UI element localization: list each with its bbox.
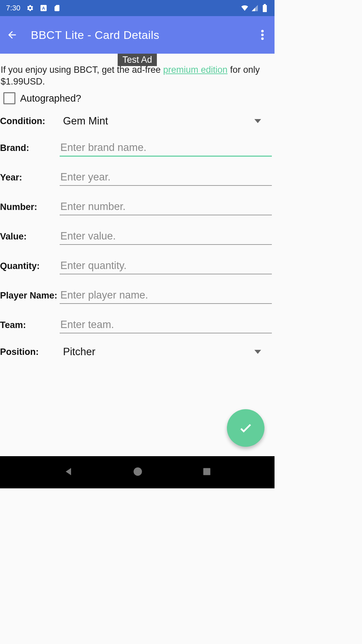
arrow-left-icon (6, 29, 18, 41)
condition-label: Condition: (0, 116, 60, 126)
status-right (241, 4, 268, 12)
status-left: 7:30 A (6, 4, 61, 12)
year-input[interactable] (60, 169, 272, 186)
nav-back-button[interactable] (63, 466, 74, 478)
back-button[interactable] (4, 27, 20, 43)
quantity-input[interactable] (60, 258, 272, 274)
ad-banner: Test Ad (0, 54, 275, 66)
number-label: Number: (0, 202, 60, 212)
brand-label: Brand: (0, 143, 60, 153)
position-label: Position: (0, 347, 60, 357)
autographed-label: Autographed? (20, 93, 81, 104)
brand-input[interactable] (60, 140, 272, 157)
promo-text-before: If you enjoy using BBCT, get the ad-free (1, 65, 163, 75)
status-time: 7:30 (6, 4, 20, 12)
condition-row: Condition: Gem Mint (0, 109, 275, 133)
premium-edition-link[interactable]: premium edition (163, 65, 228, 75)
svg-point-4 (261, 30, 264, 33)
quantity-label: Quantity: (0, 261, 60, 271)
player-name-label: Player Name: (0, 290, 60, 301)
cell-signal-icon (251, 4, 258, 12)
brand-row: Brand: (0, 133, 275, 163)
nav-home-button[interactable] (133, 467, 143, 478)
chevron-down-icon (254, 350, 261, 354)
svg-rect-8 (203, 468, 210, 475)
player-name-input[interactable] (60, 287, 272, 304)
battery-icon (261, 4, 268, 12)
autographed-row: Autographed? (0, 88, 275, 109)
system-nav-bar (0, 456, 275, 488)
language-box-icon: A (40, 4, 47, 12)
nav-recent-button[interactable] (202, 467, 212, 478)
overflow-menu-button[interactable] (254, 27, 270, 43)
number-row: Number: (0, 192, 275, 222)
condition-value: Gem Mint (63, 115, 108, 127)
ad-label: Test Ad (118, 54, 157, 66)
position-row: Position: Pitcher (0, 340, 275, 364)
svg-point-7 (134, 468, 142, 476)
wifi-icon (241, 4, 248, 12)
app-bar: BBCT Lite - Card Details (0, 16, 275, 54)
value-input[interactable] (60, 228, 272, 245)
year-label: Year: (0, 172, 60, 183)
position-value: Pitcher (63, 346, 95, 358)
more-vert-icon (261, 30, 264, 40)
position-dropdown[interactable]: Pitcher (60, 344, 272, 360)
quantity-row: Quantity: (0, 251, 275, 281)
value-row: Value: (0, 222, 275, 251)
svg-point-5 (261, 34, 264, 36)
value-label: Value: (0, 231, 60, 242)
team-row: Team: (0, 310, 275, 340)
player-name-row: Player Name: (0, 281, 275, 310)
sd-card-icon (53, 4, 61, 12)
page-title: BBCT Lite - Card Details (31, 29, 254, 42)
year-row: Year: (0, 163, 275, 192)
svg-rect-3 (264, 4, 266, 5)
number-input[interactable] (60, 199, 272, 215)
circle-home-icon (133, 467, 143, 477)
autographed-checkbox[interactable] (3, 92, 15, 104)
svg-text:A: A (42, 6, 45, 11)
check-icon (238, 420, 254, 436)
svg-point-6 (261, 38, 264, 40)
square-recent-icon (202, 467, 212, 476)
team-label: Team: (0, 320, 60, 330)
chevron-down-icon (254, 119, 261, 123)
team-input[interactable] (60, 317, 272, 333)
settings-gear-icon (26, 4, 34, 12)
triangle-back-icon (63, 466, 74, 477)
svg-rect-2 (263, 5, 267, 12)
content-area: Test Ad If you enjoy using BBCT, get the… (0, 54, 275, 364)
condition-dropdown[interactable]: Gem Mint (60, 113, 272, 129)
status-bar: 7:30 A (0, 0, 275, 16)
promo-text: If you enjoy using BBCT, get the ad-free… (0, 64, 275, 88)
save-fab[interactable] (227, 409, 264, 447)
